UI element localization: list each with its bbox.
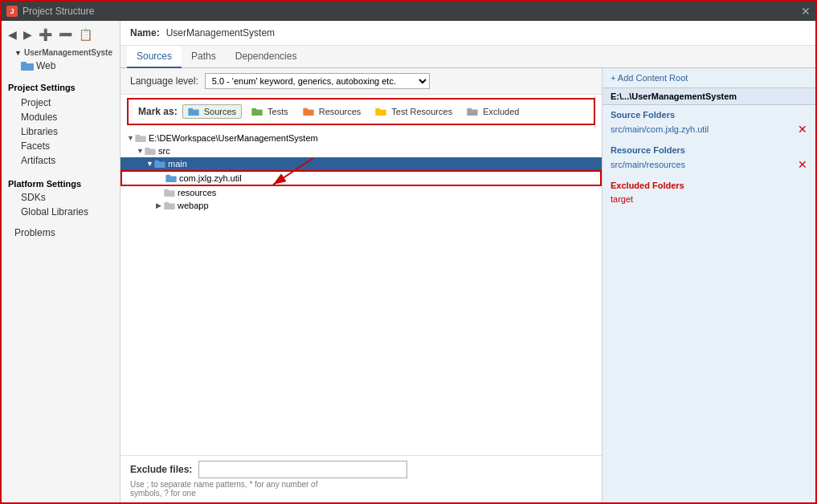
content-area: Language level: 5.0 - 'enum' keyword, ge… xyxy=(121,68,815,502)
tab-paths[interactable]: Paths xyxy=(182,46,226,68)
svg-rect-11 xyxy=(467,108,472,111)
tree-item-root[interactable]: ▼ E:\DEWorkspace\UserManagementSystem xyxy=(121,132,602,144)
sidebar-item-problems[interactable]: Problems xyxy=(2,226,120,240)
svg-rect-16 xyxy=(154,162,165,169)
project-settings-header: Project Settings xyxy=(2,79,120,96)
svg-rect-17 xyxy=(154,161,159,163)
forward-button[interactable]: ▶ xyxy=(22,27,34,42)
source-folder-remove-0[interactable]: ✕ xyxy=(798,123,807,136)
tree-item-com-wrapper: com.jxlg.zyh.util xyxy=(121,170,602,186)
main-content: ◀ ▶ ➕ ➖ 📋 ▼ UserManagementSyste Web Proj… xyxy=(2,21,815,502)
com-label: com.jxlg.zyh.util xyxy=(179,173,242,183)
sidebar-item-sdks[interactable]: SDKs xyxy=(2,190,120,205)
sidebar-item-global-libraries[interactable]: Global Libraries xyxy=(2,205,120,219)
svg-rect-18 xyxy=(165,177,176,183)
tree-item-resources[interactable]: resources xyxy=(121,186,602,199)
source-folder-path-0[interactable]: src/main/com.jxlg.zyh.util xyxy=(611,124,709,135)
mark-as-label: Mark as: xyxy=(138,106,178,117)
svg-rect-13 xyxy=(135,135,140,137)
sidebar-divider-1 xyxy=(2,73,120,79)
tabs-bar: Sources Paths Dependencies xyxy=(121,46,815,68)
exclude-label: Exclude files: xyxy=(130,464,192,475)
source-folder-row-0: src/main/com.jxlg.zyh.util ✕ xyxy=(611,123,807,136)
excluded-folders-title: Excluded Folders xyxy=(611,181,807,190)
mark-as-excluded-button[interactable]: Excluded xyxy=(462,105,524,118)
platform-settings-header: Platform Settings xyxy=(2,174,120,190)
mark-as-sources-button[interactable]: Sources xyxy=(182,104,242,119)
sidebar-item-project[interactable]: Project xyxy=(2,96,120,110)
svg-rect-4 xyxy=(251,110,262,116)
tree-item-com[interactable]: com.jxlg.zyh.util xyxy=(121,170,602,186)
tab-sources[interactable]: Sources xyxy=(127,46,182,68)
svg-rect-1 xyxy=(21,62,27,64)
sidebar-item-artifacts[interactable]: Artifacts xyxy=(2,153,120,168)
sidebar-item-libraries[interactable]: Libraries xyxy=(2,124,120,139)
main-label: main xyxy=(168,159,187,169)
sidebar-tree-root[interactable]: ▼ UserManagementSyste xyxy=(2,47,120,59)
add-content-root-button[interactable]: + Add Content Root xyxy=(611,73,688,83)
svg-rect-5 xyxy=(251,108,256,111)
resource-folder-path-0[interactable]: src/main/resources xyxy=(611,159,685,170)
svg-rect-2 xyxy=(188,110,198,116)
resource-folders-section: Resource Folders src/main/resources ✕ xyxy=(603,140,815,176)
tab-dependencies[interactable]: Dependencies xyxy=(226,46,307,68)
app-icon: J xyxy=(6,6,18,17)
svg-rect-22 xyxy=(164,191,174,197)
src-arrow: ▼ xyxy=(137,147,145,155)
name-value: UserManagementSystem xyxy=(166,27,275,39)
webapp-arrow: ▶ xyxy=(156,201,164,209)
svg-rect-8 xyxy=(376,110,386,116)
right-project-path: E:\...\UserManagementSystem xyxy=(603,88,815,105)
exclude-row: Exclude files: xyxy=(130,461,592,478)
sidebar-root-label: UserManagementSyste xyxy=(24,48,112,57)
title-bar-left: J Project Structure xyxy=(6,6,94,17)
svg-rect-15 xyxy=(145,148,149,150)
sidebar-web-item[interactable]: Web xyxy=(2,59,120,73)
add-button[interactable]: ➕ xyxy=(37,27,54,42)
tree-item-src[interactable]: ▼ src xyxy=(121,144,602,157)
tree-item-main[interactable]: ▼ main xyxy=(121,157,602,170)
resource-folder-remove-0[interactable]: ✕ xyxy=(798,158,807,171)
source-folders-title: Source Folders xyxy=(611,110,807,120)
excluded-folder-path-0[interactable]: target xyxy=(611,193,633,205)
root-path-label: E:\DEWorkspace\UserManagementSystem xyxy=(149,133,318,143)
excluded-folder-row-0: target xyxy=(611,193,807,205)
language-level-select[interactable]: 5.0 - 'enum' keyword, generics, autoboxi… xyxy=(205,73,430,89)
svg-rect-25 xyxy=(164,202,169,205)
svg-rect-14 xyxy=(145,149,155,156)
mark-as-tests-button[interactable]: Tests xyxy=(247,105,293,118)
remove-button[interactable]: ➖ xyxy=(57,27,74,42)
title-bar: J Project Structure ✕ xyxy=(2,2,815,21)
mark-as-resources-button[interactable]: Resources xyxy=(298,105,366,118)
test-resources-btn-label: Test Resources xyxy=(391,107,452,116)
name-row: Name: UserManagementSystem xyxy=(121,21,815,46)
sidebar-tree-root-arrow: ▼ xyxy=(14,49,22,57)
resource-folders-title: Resource Folders xyxy=(611,145,807,155)
mark-as-row: Mark as: Sources Tests Resources xyxy=(127,98,595,125)
copy-button[interactable]: 📋 xyxy=(77,27,94,42)
window-title: Project Structure xyxy=(22,6,94,17)
right-panel: + Add Content Root E:\...\UserManagement… xyxy=(603,68,815,502)
back-button[interactable]: ◀ xyxy=(6,27,18,42)
file-tree: ▼ E:\DEWorkspace\UserManagementSystem ▼ … xyxy=(121,128,602,455)
main-panel: Name: UserManagementSystem Sources Paths… xyxy=(121,21,815,502)
svg-rect-12 xyxy=(135,136,145,143)
mark-as-test-resources-button[interactable]: Test Resources xyxy=(370,105,457,118)
main-arrow: ▼ xyxy=(146,160,154,168)
sidebar-item-facets[interactable]: Facets xyxy=(2,139,120,153)
excluded-btn-label: Excluded xyxy=(483,107,519,116)
sources-btn-label: Sources xyxy=(204,107,236,116)
tree-item-webapp[interactable]: ▶ webapp xyxy=(121,199,602,212)
sidebar-item-modules[interactable]: Modules xyxy=(2,110,120,124)
excluded-folders-section: Excluded Folders target xyxy=(603,176,815,209)
close-button[interactable]: ✕ xyxy=(801,6,811,17)
bottom-section: Exclude files: Use ; to separate name pa… xyxy=(121,455,602,502)
tests-btn-label: Tests xyxy=(268,107,288,116)
exclude-input[interactable] xyxy=(198,461,407,478)
svg-rect-0 xyxy=(21,63,34,71)
webapp-label: webapp xyxy=(178,201,209,210)
resources-label: resources xyxy=(178,188,216,197)
svg-rect-24 xyxy=(164,204,174,210)
resource-folder-row-0: src/main/resources ✕ xyxy=(611,158,807,171)
resources-btn-label: Resources xyxy=(319,107,362,116)
